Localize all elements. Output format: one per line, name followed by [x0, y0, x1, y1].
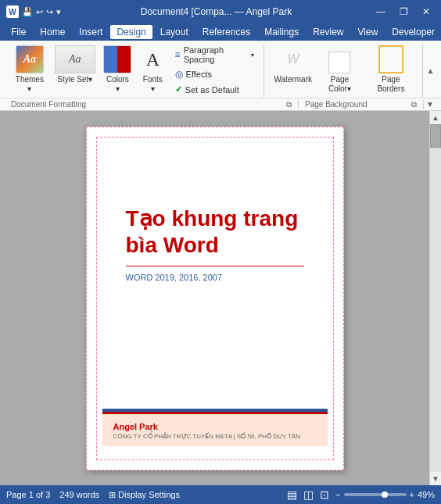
paragraph-spacing-btn[interactable]: ≡ Paragraph Spacing ▾ [172, 44, 258, 66]
document-title: Tạo khung trang bìa Word [126, 206, 304, 258]
status-right: ▤ ◫ ⊡ − + 49% [287, 488, 435, 501]
footer-background: Angel Park CÔNG TY CỔ PHẦN TRỰC TUYẾN ME… [102, 414, 328, 446]
scroll-up-arrow[interactable]: ▲ [429, 111, 441, 124]
doc-formatting-label: Document Formatting [11, 100, 86, 109]
colors-label: Colors ▾ [105, 75, 131, 94]
page-bg-label-group: Page Background ⧉ [299, 100, 424, 109]
menu-references[interactable]: References [196, 25, 256, 39]
read-mode-icon[interactable]: ◫ [303, 488, 314, 501]
zoom-in-btn[interactable]: + [410, 490, 414, 499]
style-set-preview: Aa [55, 45, 95, 73]
paragraph-spacing-label: Paragraph Spacing [184, 45, 249, 64]
ribbon-group-page-background: W Watermark Page Color▾ Page Bord [266, 44, 423, 98]
ribbon-scroll-up[interactable]: ▲ [425, 44, 436, 98]
zoom-thumb [382, 491, 388, 498]
set-as-default-btn[interactable]: ✓ Set as Default [172, 83, 258, 96]
quick-access-toolbar: 💾 ↩ ↪ ▾ [22, 7, 61, 17]
page-borders-label: Page Borders [369, 75, 413, 94]
watermark-icon: W [281, 45, 306, 73]
menu-design[interactable]: Design [110, 25, 152, 39]
scroll-down-arrow[interactable]: ▼ [429, 472, 441, 485]
menu-bar: File Home Insert Design Layout Reference… [0, 23, 441, 41]
main-area: Tạo khung trang bìa Word WORD 2019, 2016… [0, 111, 441, 485]
layout-icon[interactable]: ▤ [287, 488, 297, 501]
colors-button[interactable]: Colors ▾ [102, 44, 134, 95]
paragraph-spacing-arrow: ▾ [251, 52, 254, 59]
page-bg-items: W Watermark Page Color▾ Page Bord [272, 44, 416, 98]
fonts-button[interactable]: A Fonts ▾ [137, 44, 169, 95]
status-left: Page 1 of 3 249 words ⊞ Display Settings [6, 490, 278, 500]
footer-company: CÔNG TY CỔ PHẦN TRỰC TUYẾN META | SỐ 56,… [113, 433, 317, 440]
page-color-preview [328, 52, 350, 73]
menu-home[interactable]: Home [34, 25, 71, 39]
status-bar: Page 1 of 3 249 words ⊞ Display Settings… [0, 485, 441, 504]
close-btn[interactable]: ✕ [418, 5, 435, 19]
set-as-default-label: Set as Default [185, 85, 239, 95]
colors-icon [103, 45, 131, 73]
page-bg-expand[interactable]: ⧉ [411, 100, 417, 109]
display-settings-label: Display Settings [118, 490, 180, 499]
watermark-label: Watermark [274, 75, 312, 84]
page-color-button[interactable]: Page Color▾ [317, 44, 363, 95]
display-settings-btn[interactable]: ⊞ Display Settings [109, 490, 180, 500]
document-content: Tạo khung trang bìa Word WORD 2019, 2016… [102, 143, 328, 454]
themes-button[interactable]: Aa Themes ▾ [11, 44, 48, 95]
effects-btn[interactable]: ◎ Effects [172, 67, 258, 81]
page-color-label: Page Color▾ [320, 75, 360, 94]
redo-quick-btn[interactable]: ↪ [46, 7, 53, 17]
display-settings-icon: ⊞ [109, 490, 116, 500]
word-app-icon: W [6, 5, 19, 18]
ribbon-group-document-formatting: Aa Themes ▾ Aa Style Set▾ [5, 44, 264, 98]
ribbon-scroll-down[interactable]: ▼ [424, 100, 436, 109]
page-color-icon [327, 45, 352, 73]
checkmark-icon: ✓ [175, 84, 182, 95]
page-borders-icon [378, 45, 403, 73]
minimize-btn[interactable]: — [371, 5, 390, 19]
style-set-label: Style Set▾ [57, 75, 92, 84]
zoom-control[interactable]: − + 49% [335, 490, 435, 499]
menu-insert[interactable]: Insert [73, 25, 109, 39]
zoom-level: 49% [418, 490, 435, 499]
scroll-track[interactable] [430, 124, 441, 472]
menu-developer[interactable]: Developer [385, 25, 441, 39]
doc-formatting-expand[interactable]: ⧉ [286, 100, 292, 109]
title-bar: W 💾 ↩ ↪ ▾ Document4 [Compa... — Angel Pa… [0, 0, 441, 23]
menu-view[interactable]: View [352, 25, 385, 39]
style-set-button[interactable]: Aa Style Set▾ [52, 44, 99, 86]
zoom-track[interactable] [344, 493, 407, 496]
menu-review[interactable]: Review [307, 25, 350, 39]
undo-quick-btn[interactable]: ↩ [36, 7, 43, 17]
menu-mailings[interactable]: Mailings [258, 25, 305, 39]
ribbon: Aa Themes ▾ Aa Style Set▾ [0, 41, 441, 111]
page-info: Page 1 of 3 [6, 490, 50, 500]
vertical-scrollbar: ▲ ▼ [429, 111, 441, 485]
page-bg-label: Page Background [305, 100, 368, 109]
zoom-out-btn[interactable]: − [335, 490, 340, 499]
watermark-button[interactable]: W Watermark [272, 44, 314, 86]
page-borders-button[interactable]: Page Borders [366, 44, 416, 95]
save-quick-btn[interactable]: 💾 [22, 7, 33, 17]
ribbon-labels: Document Formatting ⧉ Page Background ⧉ … [0, 98, 441, 110]
document-page: Tạo khung trang bìa Word WORD 2019, 2016… [86, 127, 344, 470]
footer-name: Angel Park [113, 422, 317, 431]
df-right-options: ≡ Paragraph Spacing ▾ ◎ Effects ✓ Set as… [172, 44, 258, 96]
effects-icon: ◎ [175, 69, 183, 80]
document-subtitle: WORD 2019, 2016, 2007 [126, 273, 304, 282]
doc-formatting-label-group: Document Formatting ⧉ [5, 100, 299, 109]
effects-label: Effects [186, 70, 212, 79]
scroll-thumb[interactable] [430, 124, 441, 148]
ribbon-content: Aa Themes ▾ Aa Style Set▾ [0, 41, 441, 98]
themes-icon: Aa [16, 45, 44, 73]
menu-file[interactable]: File [5, 25, 32, 39]
window-controls: — ❐ ✕ [371, 5, 435, 19]
themes-label: Themes ▾ [14, 75, 45, 94]
document-footer: Angel Park CÔNG TY CỔ PHẦN TRỰC TUYẾN ME… [102, 409, 328, 446]
title-bar-left: W 💾 ↩ ↪ ▾ [6, 5, 61, 18]
word-count: 249 words [59, 490, 99, 500]
menu-layout[interactable]: Layout [154, 25, 195, 39]
fonts-icon: A [138, 45, 167, 73]
title-underline [126, 266, 304, 266]
focus-icon[interactable]: ⊡ [320, 488, 329, 501]
document-area: Tạo khung trang bìa Word WORD 2019, 2016… [0, 111, 429, 485]
restore-btn[interactable]: ❐ [395, 5, 413, 19]
